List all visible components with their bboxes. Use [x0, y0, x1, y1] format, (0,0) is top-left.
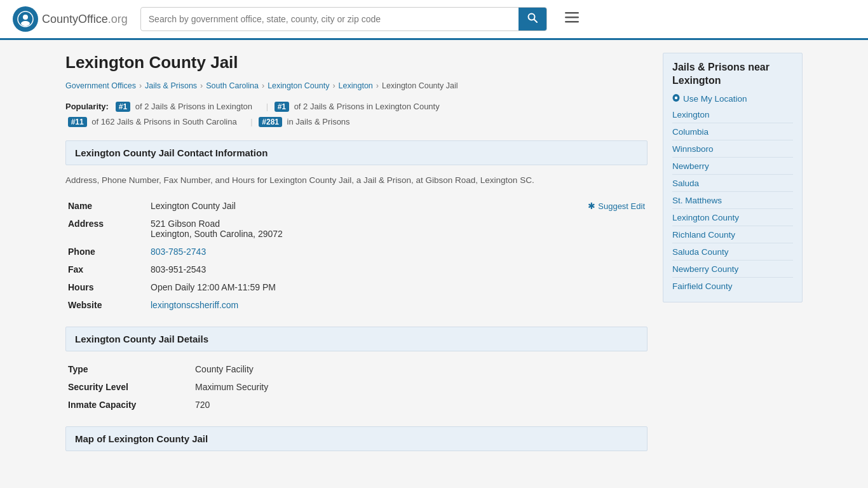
fax-value: 803-951-2543	[148, 261, 648, 278]
contact-section-header: Lexington County Jail Contact Informatio…	[65, 140, 648, 165]
popularity-bar: Popularity: #1 of 2 Jails & Prisons in L…	[65, 99, 648, 129]
search-input[interactable]	[141, 9, 519, 29]
website-value: lexingtonscsheriff.com	[148, 296, 648, 314]
hours-label: Hours	[65, 278, 148, 296]
breadcrumb-current: Lexington County Jail	[382, 81, 458, 90]
breadcrumb-lexington-county[interactable]: Lexington County	[268, 81, 329, 90]
phone-link[interactable]: 803-785-2743	[151, 247, 206, 257]
capacity-label: Inmate Capacity	[65, 396, 193, 414]
address-value: 521 Gibson Road Lexington, South Carolin…	[148, 215, 648, 243]
table-row-fax: Fax 803-951-2543	[65, 261, 648, 278]
website-label: Website	[65, 296, 148, 314]
svg-line-4	[534, 20, 537, 23]
breadcrumb-gov-offices[interactable]: Government Offices	[65, 81, 136, 90]
breadcrumb-lexington[interactable]: Lexington	[339, 81, 373, 90]
sidebar-link-st-matthews[interactable]: St. Matthews	[672, 196, 722, 205]
popularity-item-4: #281 in Jails & Prisons	[259, 117, 349, 126]
list-item: Fairfield County	[672, 277, 793, 294]
search-bar	[140, 7, 547, 31]
svg-rect-6	[565, 17, 579, 18]
list-item: Winnsboro	[672, 140, 793, 157]
table-row-phone: Phone 803-785-2743	[65, 243, 648, 261]
suggest-edit-button[interactable]: ✱ Suggest Edit	[588, 201, 645, 211]
page-container: Lexington County Jail Government Offices…	[53, 40, 815, 473]
table-row-name: Name Lexington County Jail ✱ Suggest Edi…	[65, 197, 648, 215]
hamburger-icon	[565, 12, 579, 24]
fax-label: Fax	[65, 261, 148, 278]
breadcrumb-south-carolina[interactable]: South Carolina	[206, 81, 259, 90]
logo[interactable]: CountyOffice.org	[13, 6, 128, 32]
type-label: Type	[65, 360, 193, 378]
page-title: Lexington County Jail	[65, 53, 648, 72]
svg-rect-5	[565, 12, 579, 14]
svg-point-9	[675, 97, 677, 99]
table-row-address: Address 521 Gibson Road Lexington, South…	[65, 215, 648, 243]
menu-button[interactable]	[560, 8, 584, 30]
svg-point-2	[21, 21, 30, 26]
page-header: CountyOffice.org	[0, 0, 868, 40]
list-item: St. Matthews	[672, 191, 793, 208]
sidebar-link-lexington-county[interactable]: Lexington County	[672, 213, 739, 222]
main-content: Lexington County Jail Government Offices…	[65, 53, 648, 460]
logo-text: CountyOffice.org	[42, 13, 128, 26]
security-label: Security Level	[65, 378, 193, 396]
list-item: Lexington	[672, 106, 793, 123]
popularity-item-2: #1 of 2 Jails & Prisons in Lexington Cou…	[275, 102, 440, 111]
details-row-capacity: Inmate Capacity 720	[65, 396, 648, 414]
sidebar: Jails & Prisons near Lexington Use My Lo…	[663, 53, 803, 460]
name-value: Lexington County Jail ✱ Suggest Edit	[148, 197, 648, 215]
breadcrumb: Government Offices › Jails & Prisons › S…	[65, 81, 648, 90]
phone-value: 803-785-2743	[148, 243, 648, 261]
phone-label: Phone	[65, 243, 148, 261]
sidebar-title: Jails & Prisons near Lexington	[672, 61, 793, 88]
sidebar-link-columbia[interactable]: Columbia	[672, 127, 709, 137]
contact-description: Address, Phone Number, Fax Number, and H…	[65, 174, 648, 187]
use-location-button[interactable]: Use My Location	[672, 94, 793, 104]
list-item: Saluda	[672, 174, 793, 191]
sidebar-link-lexington[interactable]: Lexington	[672, 110, 710, 119]
sidebar-box-jails: Jails & Prisons near Lexington Use My Lo…	[663, 53, 803, 302]
list-item: Saluda County	[672, 243, 793, 260]
sidebar-link-newberry-county[interactable]: Newberry County	[672, 264, 738, 274]
popularity-item-3: #11 of 162 Jails & Prisons in South Caro…	[65, 117, 239, 126]
svg-rect-7	[565, 21, 579, 23]
details-section-header: Lexington County Jail Details	[65, 327, 648, 351]
details-row-type: Type County Facility	[65, 360, 648, 378]
details-table: Type County Facility Security Level Maxi…	[65, 360, 648, 414]
breadcrumb-jails-prisons[interactable]: Jails & Prisons	[145, 81, 197, 90]
list-item: Newberry County	[672, 260, 793, 277]
search-button[interactable]	[519, 8, 546, 30]
search-icon	[527, 13, 538, 23]
sidebar-links-list: Lexington Columbia Winnsboro Newberry Sa…	[672, 106, 793, 294]
suggest-edit-icon: ✱	[588, 201, 595, 211]
type-value: County Facility	[193, 360, 648, 378]
sidebar-link-richland-county[interactable]: Richland County	[672, 230, 735, 240]
svg-point-1	[23, 15, 28, 20]
popularity-label: Popularity:	[65, 102, 109, 111]
list-item: Lexington County	[672, 208, 793, 226]
list-item: Columbia	[672, 123, 793, 140]
sidebar-link-saluda[interactable]: Saluda	[672, 179, 699, 188]
logo-icon	[13, 6, 38, 32]
list-item: Richland County	[672, 226, 793, 243]
table-row-website: Website lexingtonscsheriff.com	[65, 296, 648, 314]
address-label: Address	[65, 215, 148, 243]
name-label: Name	[65, 197, 148, 215]
capacity-value: 720	[193, 396, 648, 414]
details-row-security: Security Level Maximum Security	[65, 378, 648, 396]
table-row-hours: Hours Open Daily 12:00 AM-11:59 PM	[65, 278, 648, 296]
location-pin-icon	[672, 94, 680, 103]
popularity-item-1: #1 of 2 Jails & Prisons in Lexington	[116, 102, 255, 111]
map-section-header: Map of Lexington County Jail	[65, 426, 648, 451]
security-value: Maximum Security	[193, 378, 648, 396]
hours-value: Open Daily 12:00 AM-11:59 PM	[148, 278, 648, 296]
sidebar-link-newberry[interactable]: Newberry	[672, 161, 709, 171]
sidebar-link-saluda-county[interactable]: Saluda County	[672, 247, 729, 257]
sidebar-link-fairfield-county[interactable]: Fairfield County	[672, 281, 733, 291]
contact-table: Name Lexington County Jail ✱ Suggest Edi…	[65, 197, 648, 314]
list-item: Newberry	[672, 157, 793, 174]
sidebar-link-winnsboro[interactable]: Winnsboro	[672, 144, 714, 154]
website-link[interactable]: lexingtonscsheriff.com	[151, 300, 238, 310]
